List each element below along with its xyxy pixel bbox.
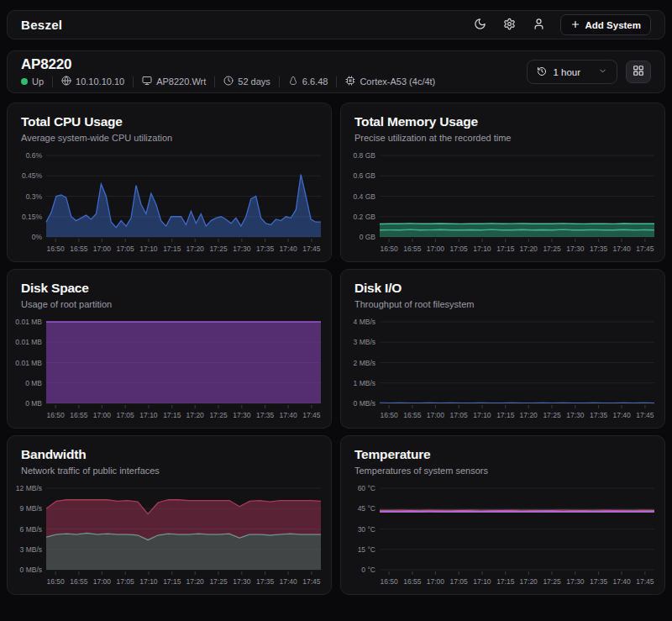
chart-subtitle: Temperatures of system sensors xyxy=(354,466,651,476)
svg-text:17:30: 17:30 xyxy=(233,245,251,253)
chart-subtitle: Average system-wide CPU utilization xyxy=(21,133,318,143)
add-system-label: Add System xyxy=(585,20,641,30)
svg-text:17:10: 17:10 xyxy=(473,245,491,253)
status-label: Up xyxy=(32,76,44,87)
gear-icon xyxy=(503,18,516,33)
svg-text:16:50: 16:50 xyxy=(46,411,65,419)
globe-icon xyxy=(61,76,71,87)
svg-text:17:25: 17:25 xyxy=(209,577,228,586)
svg-text:0.4 GB: 0.4 GB xyxy=(354,192,376,201)
svg-text:17:45: 17:45 xyxy=(636,245,654,253)
system-chip: Cortex-A53 (4c/4t) xyxy=(345,76,435,87)
svg-text:16:55: 16:55 xyxy=(70,245,88,253)
svg-text:17:45: 17:45 xyxy=(302,245,321,253)
svg-text:17:30: 17:30 xyxy=(566,245,585,253)
chevron-down-icon xyxy=(598,66,607,77)
svg-text:0.01 MB: 0.01 MB xyxy=(15,359,42,367)
disk-io-chart[interactable]: 4 MB/s3 MB/s2 MB/s1 MB/s0 MB/s16:5016:55… xyxy=(348,317,658,424)
chip-label: Cortex-A53 (4c/4t) xyxy=(360,76,435,87)
cpu-usage-chart[interactable]: 0.6%0.45%0.3%0.15%0%16:5016:5517:0017:05… xyxy=(14,150,324,258)
svg-text:17:25: 17:25 xyxy=(543,411,561,419)
theme-toggle-button[interactable] xyxy=(472,16,488,34)
svg-text:17:10: 17:10 xyxy=(473,411,491,419)
chart-title: Disk I/O xyxy=(354,281,651,296)
plus-icon xyxy=(570,19,580,31)
svg-text:0%: 0% xyxy=(32,233,43,241)
svg-text:16:55: 16:55 xyxy=(403,411,422,419)
cpu-usage-card: Total CPU Usage Average system-wide CPU … xyxy=(7,103,332,262)
svg-text:17:30: 17:30 xyxy=(566,411,585,419)
settings-button[interactable] xyxy=(501,16,517,34)
svg-text:16:55: 16:55 xyxy=(70,411,88,419)
svg-text:17:20: 17:20 xyxy=(186,245,205,253)
memory-usage-chart[interactable]: 0.8 GB0.6 GB0.4 GB0.2 GB0 GB16:5016:5517… xyxy=(348,150,658,258)
svg-text:0.45%: 0.45% xyxy=(22,171,43,180)
svg-text:0 °C: 0 °C xyxy=(361,566,375,574)
disk-space-chart[interactable]: 0.01 MB0.01 MB0.01 MB0 MB0 MB16:5016:551… xyxy=(14,317,324,424)
charts-grid: Total CPU Usage Average system-wide CPU … xyxy=(7,103,665,595)
svg-text:17:40: 17:40 xyxy=(612,577,631,586)
svg-text:0 MB: 0 MB xyxy=(25,399,42,408)
svg-text:16:50: 16:50 xyxy=(380,245,398,253)
moon-icon xyxy=(474,18,486,33)
svg-text:17:35: 17:35 xyxy=(590,411,608,419)
divider xyxy=(133,76,134,87)
svg-text:0.6%: 0.6% xyxy=(26,151,43,160)
svg-text:9 MB/s: 9 MB/s xyxy=(20,504,42,513)
navbar-actions: Add System xyxy=(472,14,651,35)
status-dot-icon xyxy=(21,78,28,85)
svg-text:3 MB/s: 3 MB/s xyxy=(354,338,375,346)
add-system-button[interactable]: Add System xyxy=(560,14,651,35)
svg-text:0.01 MB: 0.01 MB xyxy=(15,338,42,346)
disk-io-card: Disk I/O Throughput of root filesystem 4… xyxy=(340,269,665,429)
svg-text:60 °C: 60 °C xyxy=(358,484,375,492)
svg-text:16:50: 16:50 xyxy=(380,411,398,419)
svg-text:3 MB/s: 3 MB/s xyxy=(20,545,42,554)
system-uptime: 52 days xyxy=(223,76,270,87)
svg-text:30 °C: 30 °C xyxy=(358,525,375,534)
svg-text:17:40: 17:40 xyxy=(279,411,297,419)
svg-text:45 °C: 45 °C xyxy=(358,504,375,513)
svg-text:17:15: 17:15 xyxy=(163,577,181,586)
svg-text:17:10: 17:10 xyxy=(139,411,158,419)
svg-text:0 MB: 0 MB xyxy=(25,379,42,387)
svg-text:17:10: 17:10 xyxy=(473,577,491,586)
svg-text:17:15: 17:15 xyxy=(496,411,515,419)
time-range-select[interactable]: 1 hour xyxy=(527,60,617,84)
divider xyxy=(336,76,337,87)
system-info: AP8220 Up 10.10.10.10 AP8220.Wrt xyxy=(21,56,435,87)
svg-text:17:25: 17:25 xyxy=(543,245,561,253)
chart-subtitle: Network traffic of public interfaces xyxy=(21,466,318,476)
svg-text:17:35: 17:35 xyxy=(256,577,275,586)
svg-text:17:10: 17:10 xyxy=(139,577,158,586)
system-header: AP8220 Up 10.10.10.10 AP8220.Wrt xyxy=(7,50,665,93)
temperature-chart[interactable]: 60 °C45 °C30 °C15 °C0 °C16:5016:5517:001… xyxy=(348,483,658,591)
svg-text:16:50: 16:50 xyxy=(380,577,398,586)
svg-text:16:55: 16:55 xyxy=(70,577,88,586)
svg-text:17:30: 17:30 xyxy=(233,411,251,419)
layout-grid-button[interactable] xyxy=(626,61,651,83)
svg-text:0.01 MB: 0.01 MB xyxy=(15,318,42,326)
system-kernel: 6.6.48 xyxy=(288,76,328,87)
user-menu-button[interactable] xyxy=(531,16,547,34)
svg-text:17:30: 17:30 xyxy=(566,577,585,586)
system-controls: 1 hour xyxy=(527,60,651,84)
navbar: Beszel Add System xyxy=(7,10,665,39)
svg-text:4 MB/s: 4 MB/s xyxy=(354,318,375,326)
svg-text:17:30: 17:30 xyxy=(233,577,251,586)
system-ip: 10.10.10.10 xyxy=(61,76,124,87)
brand-logo[interactable]: Beszel xyxy=(21,18,62,32)
svg-text:17:20: 17:20 xyxy=(520,577,538,586)
ip-label: 10.10.10.10 xyxy=(76,76,124,87)
svg-text:0.15%: 0.15% xyxy=(22,213,43,221)
svg-text:17:00: 17:00 xyxy=(93,577,112,586)
svg-text:17:05: 17:05 xyxy=(117,245,135,253)
bandwidth-chart[interactable]: 12 MB/s9 MB/s6 MB/s3 MB/s0 MB/s16:5016:5… xyxy=(14,483,324,591)
temperature-card: Temperature Temperatures of system senso… xyxy=(340,435,665,595)
svg-text:17:35: 17:35 xyxy=(590,577,608,586)
svg-text:17:00: 17:00 xyxy=(427,245,445,253)
svg-text:17:25: 17:25 xyxy=(543,577,561,586)
svg-text:17:45: 17:45 xyxy=(302,411,321,419)
system-meta: Up 10.10.10.10 AP8220.Wrt xyxy=(21,76,435,87)
svg-text:17:35: 17:35 xyxy=(590,245,608,253)
